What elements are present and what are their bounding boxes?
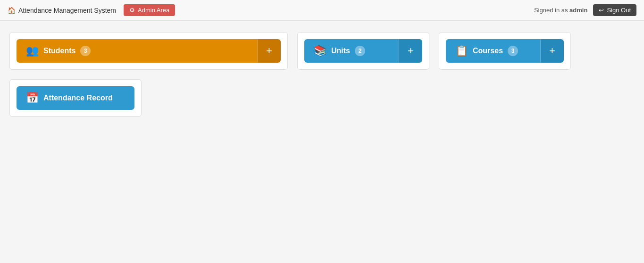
signout-icon: ↩ (599, 7, 604, 14)
home-icon: 🏠 (8, 7, 16, 14)
students-btn-group: 👥 Students 3 + (17, 39, 281, 63)
signed-in-user: admin (569, 7, 587, 14)
courses-icon: 📋 (455, 45, 468, 57)
students-button[interactable]: 👥 Students 3 (17, 39, 257, 63)
top-row: 👥 Students 3 + 📚 Units 2 + (9, 32, 571, 70)
courses-label: Courses (473, 47, 503, 55)
admin-area-button[interactable]: ⚙ Admin Area (124, 4, 175, 16)
attendance-label: Attendance Record (43, 94, 113, 102)
plus-icon: + (408, 45, 414, 57)
units-add-button[interactable]: + (399, 39, 422, 63)
students-icon: 👥 (26, 45, 39, 57)
app-title: Attendance Management System (18, 7, 116, 14)
books-icon: 📚 (314, 45, 326, 57)
bottom-row: 📅 Attendance Record (9, 79, 635, 117)
courses-button[interactable]: 📋 Courses 3 (446, 39, 540, 63)
students-card: 👥 Students 3 + (9, 32, 288, 70)
units-card: 📚 Units 2 + (297, 32, 429, 70)
units-btn-group: 📚 Units 2 + (304, 39, 422, 63)
courses-count-badge: 3 (508, 46, 518, 56)
navbar-brand: 🏠 Attendance Management System (8, 7, 116, 14)
courses-card: 📋 Courses 3 + (439, 32, 571, 70)
students-count-badge: 3 (80, 46, 91, 56)
units-count-badge: 2 (355, 46, 365, 56)
attendance-button[interactable]: 📅 Attendance Record (17, 86, 134, 110)
signed-in-text: Signed in as admin (534, 7, 587, 14)
students-add-button[interactable]: + (257, 39, 281, 63)
admin-btn-label: Admin Area (138, 7, 169, 14)
main-content: 👥 Students 3 + 📚 Units 2 + (0, 21, 644, 128)
courses-btn-group: 📋 Courses 3 + (446, 39, 564, 63)
navbar-left: 🏠 Attendance Management System ⚙ Admin A… (8, 4, 175, 16)
gear-icon: ⚙ (129, 7, 135, 14)
signout-button[interactable]: ↩ Sign Out (593, 4, 636, 16)
plus-icon: + (266, 45, 272, 57)
units-button[interactable]: 📚 Units 2 (304, 39, 399, 63)
units-label: Units (331, 47, 350, 55)
calendar-icon: 📅 (26, 92, 39, 104)
navbar-right: Signed in as admin ↩ Sign Out (534, 4, 636, 16)
courses-add-button[interactable]: + (540, 39, 564, 63)
signout-label: Sign Out (607, 7, 631, 14)
attendance-btn-group: 📅 Attendance Record (17, 86, 134, 110)
students-label: Students (43, 47, 75, 55)
navbar: 🏠 Attendance Management System ⚙ Admin A… (0, 0, 644, 21)
attendance-card: 📅 Attendance Record (9, 79, 142, 117)
plus-icon: + (549, 45, 555, 57)
